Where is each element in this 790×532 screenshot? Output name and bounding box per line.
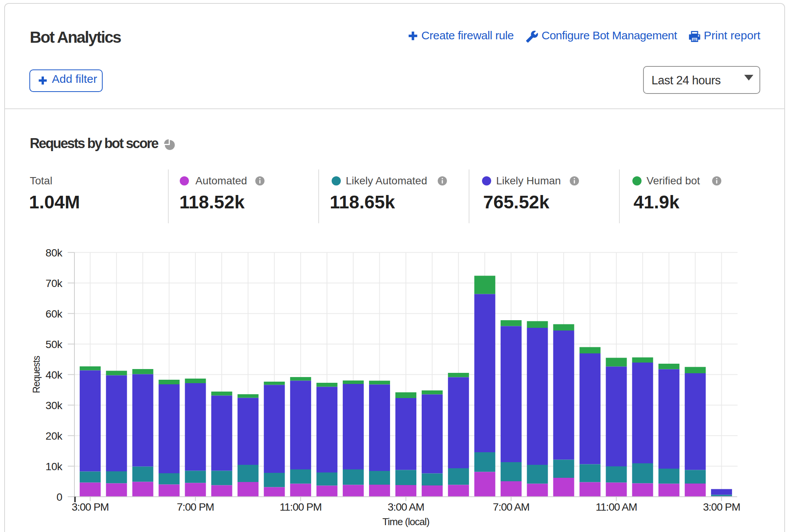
svg-text:3:00 PM: 3:00 PM bbox=[703, 501, 740, 513]
svg-text:60k: 60k bbox=[45, 308, 63, 320]
svg-text:20k: 20k bbox=[45, 430, 63, 442]
svg-text:50k: 50k bbox=[45, 339, 63, 350]
svg-text:7:00 AM: 7:00 AM bbox=[493, 501, 529, 513]
svg-text:80k: 80k bbox=[45, 247, 63, 259]
svg-text:3:00 AM: 3:00 AM bbox=[388, 501, 424, 513]
svg-text:Time (local): Time (local) bbox=[382, 516, 429, 527]
svg-text:70k: 70k bbox=[45, 277, 63, 289]
svg-text:Requests: Requests bbox=[31, 356, 42, 393]
svg-text:30k: 30k bbox=[45, 400, 63, 411]
svg-text:10k: 10k bbox=[45, 461, 63, 472]
svg-text:40k: 40k bbox=[45, 369, 63, 381]
svg-text:7:00 PM: 7:00 PM bbox=[177, 501, 214, 513]
svg-text:11:00 AM: 11:00 AM bbox=[596, 501, 637, 513]
svg-text:0: 0 bbox=[56, 491, 62, 503]
svg-text:3:00 PM: 3:00 PM bbox=[72, 501, 109, 513]
svg-text:11:00 PM: 11:00 PM bbox=[280, 501, 322, 513]
